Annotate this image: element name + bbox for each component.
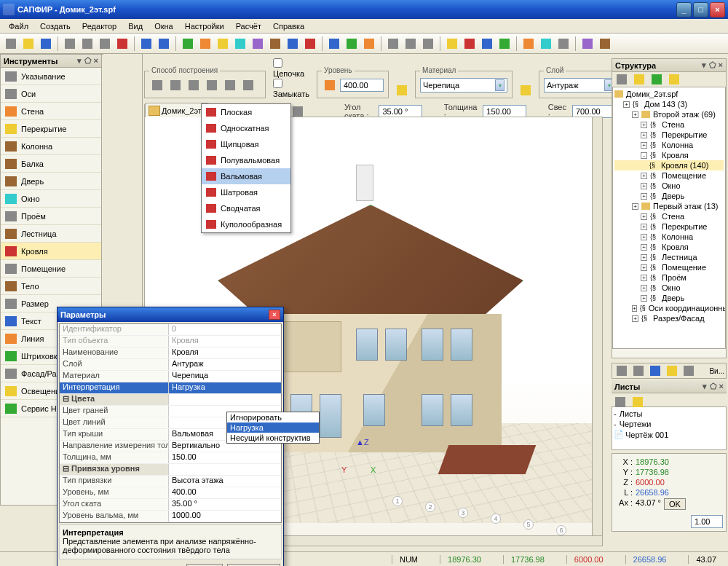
tree-tool-a[interactable] bbox=[614, 71, 630, 87]
tree-item[interactable]: +{§Дверь bbox=[614, 293, 724, 303]
tree-item[interactable]: +Второй этаж (69) bbox=[614, 109, 724, 119]
tool-redo[interactable] bbox=[156, 36, 172, 52]
tree-item[interactable]: +{§Кровля bbox=[614, 242, 724, 252]
tool-p[interactable] bbox=[521, 36, 537, 52]
menu-editor[interactable]: Редактор bbox=[76, 20, 122, 32]
tool-k[interactable] bbox=[420, 36, 436, 52]
tree-item[interactable]: +{§Перекрытие bbox=[614, 221, 724, 232]
scale-input[interactable] bbox=[691, 515, 723, 528]
roof-type-option[interactable]: Сводчатая bbox=[202, 200, 290, 216]
tool-s[interactable] bbox=[579, 36, 596, 52]
menu-windows[interactable]: Окна bbox=[149, 20, 179, 32]
tool-d[interactable] bbox=[232, 36, 248, 52]
menu-file[interactable]: Файл bbox=[3, 20, 34, 32]
tool-save[interactable] bbox=[38, 36, 54, 52]
roof-type-option[interactable]: Шатровая bbox=[202, 184, 290, 200]
menu-view[interactable]: Вид bbox=[122, 20, 149, 32]
tree-item[interactable]: +{§Разрез/Фасад bbox=[614, 313, 724, 323]
layer-combo[interactable]: Антураж bbox=[544, 78, 617, 93]
prop-row[interactable]: СлойАнтураж bbox=[60, 359, 281, 371]
maximize-button[interactable]: □ bbox=[693, 2, 708, 17]
close-checkbox[interactable]: Замыкать bbox=[273, 79, 309, 98]
tool-item-11[interactable]: Помещение bbox=[1, 260, 101, 278]
tool-item-3[interactable]: Перекрытие bbox=[1, 120, 101, 138]
prop-row[interactable]: ИнтерпретацияНагрузка bbox=[60, 382, 281, 394]
panel-actions-icon[interactable]: ▾ ⬠ × bbox=[702, 60, 723, 70]
tool-cut[interactable] bbox=[62, 36, 78, 52]
tree-item[interactable]: +{§Дверь bbox=[614, 191, 724, 201]
sheets-tool-b[interactable] bbox=[630, 394, 646, 410]
interpretation-dropdown[interactable]: Игнорировать Нагрузка Несущий конструкти… bbox=[226, 412, 320, 444]
interp-option-bearing[interactable]: Несущий конструктив bbox=[227, 433, 319, 443]
tool-item-8[interactable]: Проём bbox=[1, 208, 101, 225]
tree-item[interactable]: +{§Перекрытие bbox=[614, 130, 724, 140]
prop-row[interactable]: Уровень, мм400.00 bbox=[60, 487, 281, 499]
menu-settings[interactable]: Настройки bbox=[179, 20, 230, 32]
canvas-tab[interactable]: Домик_2эт bbox=[145, 103, 210, 117]
tool-r[interactable] bbox=[555, 36, 571, 52]
tool-item-7[interactable]: Окно bbox=[1, 190, 101, 208]
tool-item-4[interactable]: Колонна bbox=[1, 138, 101, 155]
tool-undo[interactable] bbox=[138, 36, 154, 52]
tool-q[interactable] bbox=[538, 36, 554, 52]
tool-open[interactable] bbox=[20, 36, 36, 52]
tree-root[interactable]: Домик_2эт.spf bbox=[614, 89, 724, 99]
tree-item[interactable]: +{§Стена bbox=[614, 119, 724, 130]
prop-row[interactable]: Уровень вальма, мм1000.00 bbox=[60, 511, 281, 522]
tool-item-6[interactable]: Дверь bbox=[1, 173, 101, 190]
draw-rect-icon[interactable] bbox=[186, 77, 202, 93]
canvas-scroll-v[interactable] bbox=[592, 117, 602, 535]
roof-type-option[interactable]: Односкатная bbox=[202, 120, 290, 136]
sheets-tool-a[interactable] bbox=[612, 394, 628, 410]
tool-f[interactable] bbox=[267, 36, 283, 52]
tool-new[interactable] bbox=[3, 36, 19, 52]
tool-item-1[interactable]: Оси bbox=[1, 85, 101, 103]
tool-c[interactable] bbox=[215, 36, 231, 52]
tool-e[interactable] bbox=[250, 36, 266, 52]
prop-row[interactable]: МатериалЧерепица bbox=[60, 371, 281, 382]
tree-item[interactable]: +{§Колонна bbox=[614, 140, 724, 150]
close-button[interactable]: × bbox=[710, 2, 725, 17]
tool-move[interactable] bbox=[326, 36, 342, 52]
tool-h[interactable] bbox=[302, 36, 318, 52]
level-input[interactable] bbox=[340, 79, 384, 92]
draw-seg-icon[interactable] bbox=[167, 77, 183, 93]
tool-g[interactable] bbox=[285, 36, 301, 52]
prop-row[interactable]: Тип привязкиВысота этажа bbox=[60, 476, 281, 487]
material-combo[interactable]: Черепица bbox=[420, 78, 507, 93]
roof-type-option[interactable]: Плоская bbox=[202, 104, 290, 120]
level-icon[interactable] bbox=[322, 77, 338, 93]
roof-type-option[interactable]: Куполообразная bbox=[202, 216, 290, 232]
viewtab-c[interactable] bbox=[647, 363, 663, 379]
menu-help[interactable]: Справка bbox=[267, 20, 310, 32]
tree-item[interactable]: -{§Кровля bbox=[614, 150, 724, 160]
tree-item[interactable]: +{§Дом 143 (3) bbox=[614, 99, 724, 109]
tree-item[interactable]: +Первый этаж (13) bbox=[614, 201, 724, 211]
minimize-button[interactable]: _ bbox=[676, 2, 692, 17]
prop-row[interactable]: ⊟ Привязка уровня bbox=[60, 464, 281, 476]
tool-copy[interactable] bbox=[79, 36, 95, 52]
tree-item[interactable]: +{§Помещение bbox=[614, 262, 724, 272]
tree-item[interactable]: {§Кровля (140) bbox=[614, 160, 724, 170]
tool-item-9[interactable]: Лестница bbox=[1, 225, 101, 243]
tool-item-2[interactable]: Стена bbox=[1, 103, 101, 120]
coords-ok-button[interactable]: OK bbox=[664, 498, 686, 510]
interp-option-load[interactable]: Нагрузка bbox=[227, 422, 319, 433]
chain-checkbox[interactable]: Цепочка bbox=[273, 58, 309, 78]
draw-para-icon[interactable] bbox=[204, 77, 220, 93]
tree-item[interactable]: +{§Помещение bbox=[614, 170, 724, 181]
panel-pin-icon[interactable]: ▾ ⬠ × bbox=[77, 56, 98, 66]
tree-item[interactable]: +{§Лестница bbox=[614, 252, 724, 262]
interp-option-ignore[interactable]: Игнорировать bbox=[227, 412, 319, 422]
tree-item[interactable]: +{§Окно bbox=[614, 283, 724, 293]
menu-create[interactable]: Создать bbox=[34, 20, 76, 32]
sheets-tree[interactable]: -Листы -Чертежи 📄Чертёж 001 bbox=[612, 406, 727, 450]
tool-o[interactable] bbox=[496, 36, 513, 52]
prop-row[interactable]: ⊟ Цвета bbox=[60, 394, 281, 406]
viewtab-d[interactable] bbox=[664, 363, 680, 379]
tool-item-5[interactable]: Балка bbox=[1, 155, 101, 173]
tree-item[interactable]: +{§Окно bbox=[614, 181, 724, 191]
viewtab-e[interactable] bbox=[681, 363, 697, 379]
tree-item[interactable]: +{§Стена bbox=[614, 211, 724, 221]
prop-row[interactable]: Угол ската35.00 ° bbox=[60, 499, 281, 511]
